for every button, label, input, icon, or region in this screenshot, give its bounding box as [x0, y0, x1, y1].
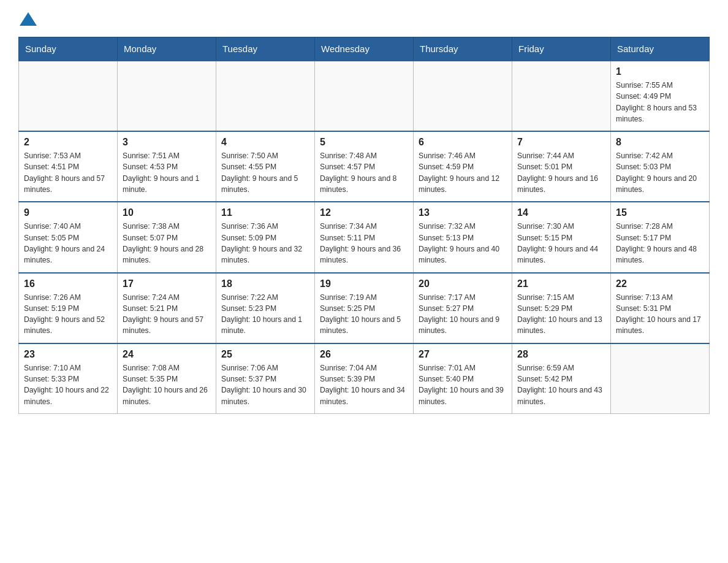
day-info: Sunrise: 7:08 AM Sunset: 5:35 PM Dayligh… — [123, 362, 211, 407]
calendar-cell: 24Sunrise: 7:08 AM Sunset: 5:35 PM Dayli… — [118, 343, 216, 414]
day-info: Sunrise: 7:06 AM Sunset: 5:37 PM Dayligh… — [221, 362, 309, 407]
day-info: Sunrise: 7:55 AM Sunset: 4:49 PM Dayligh… — [616, 80, 704, 124]
day-info: Sunrise: 7:51 AM Sunset: 4:53 PM Dayligh… — [123, 150, 211, 195]
calendar-cell: 3Sunrise: 7:51 AM Sunset: 4:53 PM Daylig… — [118, 131, 216, 202]
day-number: 10 — [123, 207, 211, 218]
day-info: Sunrise: 7:42 AM Sunset: 5:03 PM Dayligh… — [616, 150, 704, 195]
weekday-header-friday: Friday — [512, 37, 611, 61]
day-number: 13 — [419, 207, 507, 218]
day-info: Sunrise: 7:26 AM Sunset: 5:19 PM Dayligh… — [24, 292, 112, 337]
week-row-1: 1Sunrise: 7:55 AM Sunset: 4:49 PM Daylig… — [19, 61, 710, 131]
day-number: 1 — [616, 66, 704, 77]
day-number: 5 — [320, 137, 408, 148]
day-info: Sunrise: 7:34 AM Sunset: 5:11 PM Dayligh… — [320, 221, 408, 266]
day-info: Sunrise: 7:01 AM Sunset: 5:40 PM Dayligh… — [419, 362, 507, 407]
calendar-cell: 26Sunrise: 7:04 AM Sunset: 5:39 PM Dayli… — [315, 343, 414, 414]
calendar-cell — [512, 61, 611, 131]
calendar-cell: 22Sunrise: 7:13 AM Sunset: 5:31 PM Dayli… — [611, 273, 710, 343]
day-info: Sunrise: 7:13 AM Sunset: 5:31 PM Dayligh… — [616, 292, 704, 337]
calendar-cell: 10Sunrise: 7:38 AM Sunset: 5:07 PM Dayli… — [118, 202, 216, 272]
day-info: Sunrise: 7:36 AM Sunset: 5:09 PM Dayligh… — [221, 221, 309, 266]
day-info: Sunrise: 7:32 AM Sunset: 5:13 PM Dayligh… — [419, 221, 507, 266]
calendar-cell: 11Sunrise: 7:36 AM Sunset: 5:09 PM Dayli… — [216, 202, 315, 272]
calendar-cell: 23Sunrise: 7:10 AM Sunset: 5:33 PM Dayli… — [19, 343, 118, 414]
day-number: 7 — [517, 137, 605, 148]
day-info: Sunrise: 7:38 AM Sunset: 5:07 PM Dayligh… — [123, 221, 211, 266]
weekday-header-thursday: Thursday — [414, 37, 512, 61]
calendar-cell: 27Sunrise: 7:01 AM Sunset: 5:40 PM Dayli… — [414, 343, 512, 414]
day-number: 16 — [24, 278, 112, 289]
calendar-cell: 8Sunrise: 7:42 AM Sunset: 5:03 PM Daylig… — [611, 131, 710, 202]
day-number: 23 — [24, 349, 112, 360]
day-info: Sunrise: 7:04 AM Sunset: 5:39 PM Dayligh… — [320, 362, 408, 407]
calendar-cell: 5Sunrise: 7:48 AM Sunset: 4:57 PM Daylig… — [315, 131, 414, 202]
day-info: Sunrise: 7:28 AM Sunset: 5:17 PM Dayligh… — [616, 221, 704, 266]
calendar-cell — [315, 61, 414, 131]
calendar-cell: 12Sunrise: 7:34 AM Sunset: 5:11 PM Dayli… — [315, 202, 414, 272]
day-number: 27 — [419, 349, 507, 360]
day-number: 3 — [123, 137, 211, 148]
day-info: Sunrise: 7:30 AM Sunset: 5:15 PM Dayligh… — [517, 221, 605, 266]
day-number: 11 — [221, 207, 309, 218]
day-number: 20 — [419, 278, 507, 289]
week-row-4: 16Sunrise: 7:26 AM Sunset: 5:19 PM Dayli… — [19, 273, 710, 343]
calendar-cell — [118, 61, 216, 131]
day-number: 15 — [616, 207, 704, 218]
day-number: 28 — [517, 349, 605, 360]
day-number: 21 — [517, 278, 605, 289]
calendar-cell: 20Sunrise: 7:17 AM Sunset: 5:27 PM Dayli… — [414, 273, 512, 343]
day-info: Sunrise: 7:48 AM Sunset: 4:57 PM Dayligh… — [320, 150, 408, 195]
day-info: Sunrise: 7:19 AM Sunset: 5:25 PM Dayligh… — [320, 292, 408, 337]
calendar-cell: 28Sunrise: 6:59 AM Sunset: 5:42 PM Dayli… — [512, 343, 611, 414]
day-info: Sunrise: 7:46 AM Sunset: 4:59 PM Dayligh… — [419, 150, 507, 195]
calendar-cell: 18Sunrise: 7:22 AM Sunset: 5:23 PM Dayli… — [216, 273, 315, 343]
day-number: 19 — [320, 278, 408, 289]
calendar-cell: 13Sunrise: 7:32 AM Sunset: 5:13 PM Dayli… — [414, 202, 512, 272]
day-number: 17 — [123, 278, 211, 289]
calendar-cell — [611, 343, 710, 414]
calendar-cell — [19, 61, 118, 131]
day-info: Sunrise: 7:15 AM Sunset: 5:29 PM Dayligh… — [517, 292, 605, 337]
weekday-header-sunday: Sunday — [19, 37, 118, 61]
day-number: 25 — [221, 349, 309, 360]
logo — [18, 12, 37, 27]
day-number: 6 — [419, 137, 507, 148]
day-info: Sunrise: 7:17 AM Sunset: 5:27 PM Dayligh… — [419, 292, 507, 337]
week-row-5: 23Sunrise: 7:10 AM Sunset: 5:33 PM Dayli… — [19, 343, 710, 414]
weekday-header-monday: Monday — [118, 37, 216, 61]
calendar-cell: 7Sunrise: 7:44 AM Sunset: 5:01 PM Daylig… — [512, 131, 611, 202]
weekday-header-tuesday: Tuesday — [216, 37, 315, 61]
calendar-cell: 25Sunrise: 7:06 AM Sunset: 5:37 PM Dayli… — [216, 343, 315, 414]
calendar-cell: 4Sunrise: 7:50 AM Sunset: 4:55 PM Daylig… — [216, 131, 315, 202]
day-number: 2 — [24, 137, 112, 148]
week-row-2: 2Sunrise: 7:53 AM Sunset: 4:51 PM Daylig… — [19, 131, 710, 202]
day-number: 22 — [616, 278, 704, 289]
calendar-cell: 19Sunrise: 7:19 AM Sunset: 5:25 PM Dayli… — [315, 273, 414, 343]
day-info: Sunrise: 7:50 AM Sunset: 4:55 PM Dayligh… — [221, 150, 309, 195]
day-number: 24 — [123, 349, 211, 360]
calendar-cell: 1Sunrise: 7:55 AM Sunset: 4:49 PM Daylig… — [611, 61, 710, 131]
calendar-cell: 17Sunrise: 7:24 AM Sunset: 5:21 PM Dayli… — [118, 273, 216, 343]
calendar-cell: 2Sunrise: 7:53 AM Sunset: 4:51 PM Daylig… — [19, 131, 118, 202]
day-info: Sunrise: 7:10 AM Sunset: 5:33 PM Dayligh… — [24, 362, 112, 407]
day-info: Sunrise: 7:44 AM Sunset: 5:01 PM Dayligh… — [517, 150, 605, 195]
calendar-cell: 16Sunrise: 7:26 AM Sunset: 5:19 PM Dayli… — [19, 273, 118, 343]
page-header — [18, 12, 710, 27]
day-info: Sunrise: 7:22 AM Sunset: 5:23 PM Dayligh… — [221, 292, 309, 337]
calendar-cell — [216, 61, 315, 131]
weekday-header-row: SundayMondayTuesdayWednesdayThursdayFrid… — [19, 37, 710, 61]
day-number: 9 — [24, 207, 112, 218]
calendar-cell: 14Sunrise: 7:30 AM Sunset: 5:15 PM Dayli… — [512, 202, 611, 272]
day-number: 14 — [517, 207, 605, 218]
day-info: Sunrise: 7:24 AM Sunset: 5:21 PM Dayligh… — [123, 292, 211, 337]
day-info: Sunrise: 6:59 AM Sunset: 5:42 PM Dayligh… — [517, 362, 605, 407]
day-info: Sunrise: 7:40 AM Sunset: 5:05 PM Dayligh… — [24, 221, 112, 266]
calendar-cell: 21Sunrise: 7:15 AM Sunset: 5:29 PM Dayli… — [512, 273, 611, 343]
week-row-3: 9Sunrise: 7:40 AM Sunset: 5:05 PM Daylig… — [19, 202, 710, 272]
day-number: 4 — [221, 137, 309, 148]
day-number: 18 — [221, 278, 309, 289]
calendar-cell: 15Sunrise: 7:28 AM Sunset: 5:17 PM Dayli… — [611, 202, 710, 272]
day-number: 26 — [320, 349, 408, 360]
day-info: Sunrise: 7:53 AM Sunset: 4:51 PM Dayligh… — [24, 150, 112, 195]
calendar-table: SundayMondayTuesdayWednesdayThursdayFrid… — [18, 37, 710, 414]
